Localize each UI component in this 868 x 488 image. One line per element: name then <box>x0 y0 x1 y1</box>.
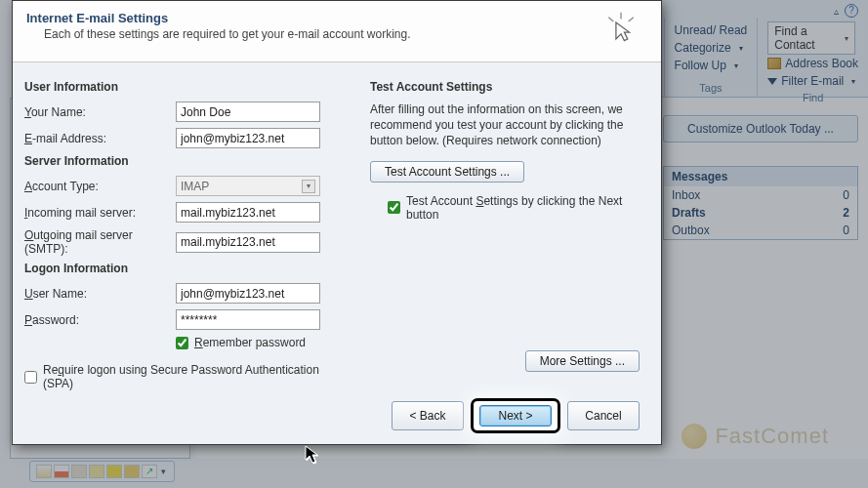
your-name-label: Your Name: <box>24 105 176 119</box>
logon-info-heading: Logon Information <box>24 262 347 275</box>
find-contact-input[interactable]: Find a Contact ▾ <box>767 21 855 55</box>
messages-row-name: Drafts <box>672 206 706 220</box>
account-type-value: IMAP <box>181 180 209 193</box>
account-type-dropdown: IMAP ▾ <box>176 176 320 196</box>
shortcuts-icon[interactable] <box>142 465 157 478</box>
help-icon[interactable]: ? <box>845 4 858 18</box>
password-field[interactable] <box>176 309 320 330</box>
test-account-settings-button[interactable]: Test Account Settings ... <box>370 161 524 183</box>
messages-row-count: 0 <box>843 224 849 237</box>
settings-header-icon <box>604 11 638 48</box>
next-button-highlight: Next > <box>474 401 558 430</box>
next-button[interactable]: Next > <box>479 405 552 427</box>
messages-row-count: 0 <box>843 188 849 202</box>
server-info-heading: Server Information <box>24 154 347 168</box>
test-on-next-label: Test Account Settings by clicking the Ne… <box>406 194 643 222</box>
messages-row[interactable]: Inbox0 <box>664 186 857 204</box>
contacts-icon[interactable] <box>71 465 87 478</box>
test-settings-description: After filling out the information on thi… <box>370 102 643 149</box>
customize-outlook-today-button[interactable]: Customize Outlook Today ... <box>663 115 858 142</box>
messages-header: Messages <box>664 167 857 186</box>
tasks-icon[interactable] <box>89 465 104 478</box>
back-button[interactable]: < Back <box>392 401 464 430</box>
dialog-title: Internet E-mail Settings <box>26 11 411 25</box>
svg-line-1 <box>608 18 613 21</box>
incoming-server-field[interactable] <box>176 202 320 223</box>
email-label: E-mail Address: <box>24 132 176 145</box>
settings-left-column: User Information Your Name: E-mail Addre… <box>24 76 347 381</box>
nav-shortcut-bar: ▾ <box>29 461 175 482</box>
test-settings-heading: Test Account Settings <box>370 80 643 94</box>
messages-panel: Messages Inbox0Drafts2Outbox0 <box>663 166 858 240</box>
filter-email-button[interactable]: Filter E-mail <box>767 72 858 90</box>
messages-row[interactable]: Drafts2 <box>664 204 857 222</box>
chevron-down-icon: ▾ <box>302 180 315 193</box>
folders-icon[interactable] <box>124 465 140 478</box>
ribbon-group-tags: Unread/ Read Categorize Follow Up Tags <box>664 18 758 98</box>
unread-read-button[interactable]: Unread/ Read <box>675 21 748 39</box>
test-on-next-checkbox[interactable] <box>388 201 400 214</box>
address-book-button[interactable]: Address Book <box>767 55 858 72</box>
remember-password-checkbox[interactable] <box>176 337 188 349</box>
username-label: User Name: <box>24 287 176 301</box>
outlook-today-side: Customize Outlook Today ... Messages Inb… <box>663 115 858 240</box>
filter-email-label: Filter E-mail <box>781 74 844 88</box>
chevron-down-icon: ▾ <box>845 34 848 43</box>
messages-row-count: 2 <box>843 206 849 220</box>
incoming-server-label: Incoming mail server: <box>24 206 176 220</box>
find-contact-placeholder: Find a Contact <box>774 24 845 52</box>
calendar-icon[interactable] <box>54 465 69 478</box>
messages-row-name: Inbox <box>672 188 700 202</box>
chevron-down-icon[interactable]: ▾ <box>159 467 168 476</box>
ribbon-group-label-find: Find <box>767 90 858 107</box>
filter-icon <box>767 78 777 85</box>
notes-icon[interactable] <box>106 465 122 478</box>
password-label: Password: <box>24 313 176 327</box>
email-settings-dialog: Internet E-mail Settings Each of these s… <box>12 0 662 445</box>
username-field[interactable] <box>176 283 320 304</box>
svg-line-2 <box>629 18 634 21</box>
address-book-icon <box>767 58 781 69</box>
messages-row-name: Outbox <box>672 224 710 237</box>
spa-label: Require logon using Secure Password Auth… <box>43 363 347 390</box>
address-book-label: Address Book <box>785 57 858 70</box>
dialog-footer: < Back Next > Cancel <box>13 401 661 430</box>
user-info-heading: User Information <box>24 80 347 94</box>
follow-up-button[interactable]: Follow Up <box>675 57 748 74</box>
spa-checkbox[interactable] <box>24 371 37 384</box>
more-settings-button[interactable]: More Settings ... <box>525 350 640 372</box>
dialog-subtitle: Each of these settings are required to g… <box>26 27 411 41</box>
email-field[interactable] <box>176 128 320 148</box>
settings-right-column: Test Account Settings After filling out … <box>370 76 643 381</box>
categorize-button[interactable]: Categorize <box>675 39 748 57</box>
account-type-label: Account Type: <box>24 180 176 193</box>
remember-password-label: Remember password <box>194 336 306 349</box>
outgoing-server-field[interactable] <box>176 232 320 253</box>
ribbon-group-label-tags: Tags <box>675 80 748 98</box>
dialog-header: Internet E-mail Settings Each of these s… <box>13 1 661 62</box>
ribbon-minimize-icon[interactable]: ▵ <box>834 6 839 17</box>
ribbon-group-find: Find a Contact ▾ Address Book Filter E-m… <box>757 18 868 98</box>
outgoing-server-label: Outgoing mail server (SMTP): <box>24 228 176 256</box>
cancel-button[interactable]: Cancel <box>567 401 640 430</box>
your-name-field[interactable] <box>176 102 320 122</box>
mail-icon[interactable] <box>36 465 52 478</box>
messages-row[interactable]: Outbox0 <box>664 222 857 239</box>
